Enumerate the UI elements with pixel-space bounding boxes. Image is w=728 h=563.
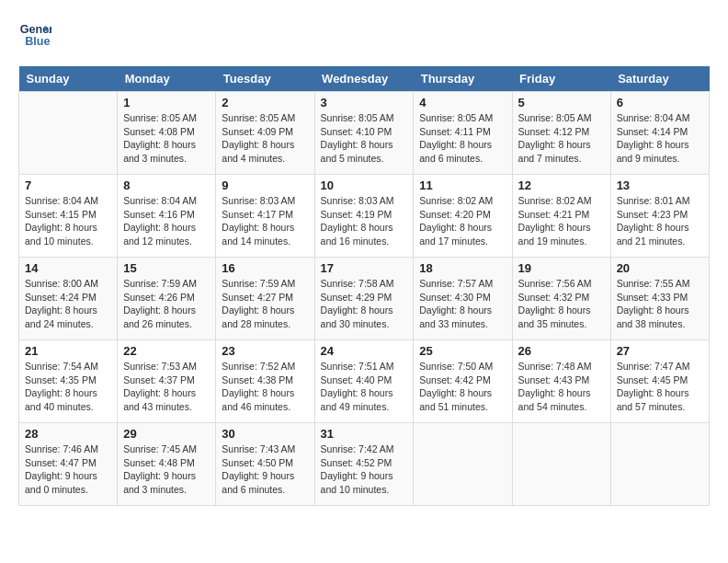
day-info: Sunrise: 7:55 AMSunset: 4:33 PMDaylight:… [617, 277, 703, 331]
day-info: Sunrise: 8:04 AMSunset: 4:14 PMDaylight:… [617, 111, 703, 166]
calendar-cell: 14Sunrise: 8:00 AMSunset: 4:24 PMDayligh… [19, 258, 118, 340]
day-info: Sunrise: 7:50 AMSunset: 4:42 PMDaylight:… [419, 360, 506, 414]
calendar-cell: 5Sunrise: 8:05 AMSunset: 4:12 PMDaylight… [512, 92, 610, 175]
svg-text:Blue: Blue [25, 35, 50, 48]
day-info: Sunrise: 7:52 AMSunset: 4:38 PMDaylight:… [222, 360, 308, 414]
calendar-table: SundayMondayTuesdayWednesdayThursdayFrid… [18, 66, 710, 506]
day-number: 30 [222, 427, 308, 441]
calendar-cell: 18Sunrise: 7:57 AMSunset: 4:30 PMDayligh… [414, 258, 512, 340]
day-number: 11 [419, 178, 506, 192]
calendar-cell: 8Sunrise: 8:04 AMSunset: 4:16 PMDaylight… [118, 175, 216, 258]
day-info: Sunrise: 8:04 AMSunset: 4:16 PMDaylight:… [123, 194, 210, 248]
day-number: 26 [518, 344, 605, 358]
day-info: Sunrise: 8:05 AMSunset: 4:08 PMDaylight:… [123, 111, 210, 166]
logo: General Blue [18, 18, 51, 52]
day-info: Sunrise: 8:04 AMSunset: 4:15 PMDaylight:… [25, 194, 111, 248]
calendar-cell: 22Sunrise: 7:53 AMSunset: 4:37 PMDayligh… [118, 340, 216, 423]
weekday-header-cell: Friday [512, 66, 610, 92]
day-number: 16 [222, 261, 308, 275]
calendar-cell: 13Sunrise: 8:01 AMSunset: 4:23 PMDayligh… [610, 175, 709, 258]
calendar-cell: 27Sunrise: 7:47 AMSunset: 4:45 PMDayligh… [610, 340, 709, 423]
calendar-week-row: 1Sunrise: 8:05 AMSunset: 4:08 PMDaylight… [19, 92, 710, 175]
weekday-header-row: SundayMondayTuesdayWednesdayThursdayFrid… [19, 66, 710, 92]
calendar-body: 1Sunrise: 8:05 AMSunset: 4:08 PMDaylight… [19, 92, 710, 506]
day-info: Sunrise: 7:46 AMSunset: 4:47 PMDaylight:… [25, 442, 111, 497]
day-info: Sunrise: 7:59 AMSunset: 4:26 PMDaylight:… [123, 277, 210, 331]
calendar-cell: 4Sunrise: 8:05 AMSunset: 4:11 PMDaylight… [414, 92, 512, 175]
day-info: Sunrise: 8:01 AMSunset: 4:23 PMDaylight:… [617, 194, 703, 248]
calendar-cell: 3Sunrise: 8:05 AMSunset: 4:10 PMDaylight… [314, 92, 414, 175]
calendar-cell: 19Sunrise: 7:56 AMSunset: 4:32 PMDayligh… [512, 258, 610, 340]
day-number: 23 [222, 344, 308, 358]
calendar-cell: 12Sunrise: 8:02 AMSunset: 4:21 PMDayligh… [512, 175, 610, 258]
day-number: 4 [419, 96, 506, 109]
calendar-cell: 21Sunrise: 7:54 AMSunset: 4:35 PMDayligh… [19, 340, 118, 423]
calendar-cell: 6Sunrise: 8:04 AMSunset: 4:14 PMDaylight… [610, 92, 709, 175]
day-number: 25 [419, 344, 506, 358]
calendar-cell: 28Sunrise: 7:46 AMSunset: 4:47 PMDayligh… [19, 423, 118, 506]
weekday-header-cell: Monday [118, 66, 216, 92]
calendar-cell: 25Sunrise: 7:50 AMSunset: 4:42 PMDayligh… [414, 340, 512, 423]
day-info: Sunrise: 7:59 AMSunset: 4:27 PMDaylight:… [222, 277, 308, 331]
day-number: 6 [617, 96, 703, 109]
calendar-cell [610, 423, 709, 506]
calendar-cell: 17Sunrise: 7:58 AMSunset: 4:29 PMDayligh… [314, 258, 414, 340]
day-info: Sunrise: 7:47 AMSunset: 4:45 PMDaylight:… [617, 360, 703, 414]
calendar-week-row: 7Sunrise: 8:04 AMSunset: 4:15 PMDaylight… [19, 175, 710, 258]
day-number: 8 [123, 178, 210, 192]
day-number: 27 [617, 344, 703, 358]
day-number: 17 [321, 261, 408, 275]
calendar-week-row: 28Sunrise: 7:46 AMSunset: 4:47 PMDayligh… [19, 423, 710, 506]
day-info: Sunrise: 8:05 AMSunset: 4:11 PMDaylight:… [419, 111, 506, 166]
day-number: 22 [123, 344, 210, 358]
calendar-week-row: 21Sunrise: 7:54 AMSunset: 4:35 PMDayligh… [19, 340, 710, 423]
calendar-week-row: 14Sunrise: 8:00 AMSunset: 4:24 PMDayligh… [19, 258, 710, 340]
weekday-header-cell: Sunday [19, 66, 118, 92]
weekday-header-cell: Saturday [610, 66, 709, 92]
day-number: 7 [25, 178, 111, 192]
day-info: Sunrise: 7:48 AMSunset: 4:43 PMDaylight:… [518, 360, 605, 414]
day-number: 2 [222, 96, 308, 109]
day-number: 19 [518, 261, 605, 275]
day-number: 1 [123, 96, 210, 109]
day-number: 28 [25, 427, 111, 441]
weekday-header-cell: Thursday [414, 66, 512, 92]
logo-icon: General Blue [18, 18, 51, 52]
day-number: 20 [617, 261, 703, 275]
day-number: 3 [321, 96, 408, 109]
day-info: Sunrise: 7:45 AMSunset: 4:48 PMDaylight:… [123, 442, 210, 497]
day-number: 18 [419, 261, 506, 275]
calendar-cell: 2Sunrise: 8:05 AMSunset: 4:09 PMDaylight… [216, 92, 314, 175]
day-info: Sunrise: 7:56 AMSunset: 4:32 PMDaylight:… [518, 277, 605, 331]
day-info: Sunrise: 7:42 AMSunset: 4:52 PMDaylight:… [321, 442, 408, 497]
weekday-header-cell: Tuesday [216, 66, 314, 92]
day-number: 31 [321, 427, 408, 441]
calendar-cell [512, 423, 610, 506]
day-info: Sunrise: 8:03 AMSunset: 4:19 PMDaylight:… [321, 194, 408, 248]
day-number: 13 [617, 178, 703, 192]
day-info: Sunrise: 8:00 AMSunset: 4:24 PMDaylight:… [25, 277, 111, 331]
calendar-cell: 24Sunrise: 7:51 AMSunset: 4:40 PMDayligh… [314, 340, 414, 423]
day-info: Sunrise: 7:54 AMSunset: 4:35 PMDaylight:… [25, 360, 111, 414]
day-info: Sunrise: 8:05 AMSunset: 4:12 PMDaylight:… [518, 111, 605, 166]
calendar-cell: 1Sunrise: 8:05 AMSunset: 4:08 PMDaylight… [118, 92, 216, 175]
weekday-header-cell: Wednesday [314, 66, 414, 92]
calendar-cell: 31Sunrise: 7:42 AMSunset: 4:52 PMDayligh… [314, 423, 414, 506]
day-number: 15 [123, 261, 210, 275]
calendar-cell: 15Sunrise: 7:59 AMSunset: 4:26 PMDayligh… [118, 258, 216, 340]
day-number: 12 [518, 178, 605, 192]
day-number: 29 [123, 427, 210, 441]
calendar-cell [19, 92, 118, 175]
day-info: Sunrise: 7:57 AMSunset: 4:30 PMDaylight:… [419, 277, 506, 331]
day-number: 24 [321, 344, 408, 358]
day-info: Sunrise: 8:03 AMSunset: 4:17 PMDaylight:… [222, 194, 308, 248]
calendar-cell: 29Sunrise: 7:45 AMSunset: 4:48 PMDayligh… [118, 423, 216, 506]
day-number: 10 [321, 178, 408, 192]
calendar-cell: 9Sunrise: 8:03 AMSunset: 4:17 PMDaylight… [216, 175, 314, 258]
day-number: 9 [222, 178, 308, 192]
day-info: Sunrise: 8:02 AMSunset: 4:21 PMDaylight:… [518, 194, 605, 248]
calendar-cell: 11Sunrise: 8:02 AMSunset: 4:20 PMDayligh… [414, 175, 512, 258]
day-info: Sunrise: 7:51 AMSunset: 4:40 PMDaylight:… [321, 360, 408, 414]
day-info: Sunrise: 8:05 AMSunset: 4:10 PMDaylight:… [321, 111, 408, 166]
calendar-cell: 20Sunrise: 7:55 AMSunset: 4:33 PMDayligh… [610, 258, 709, 340]
